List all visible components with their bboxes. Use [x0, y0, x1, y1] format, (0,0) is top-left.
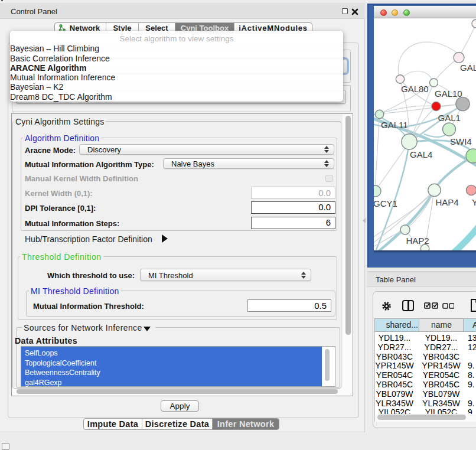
svg-text:YJ: YJ — [472, 197, 476, 207]
svg-text:SWI4: SWI4 — [450, 136, 472, 146]
svg-text:GAL4: GAL4 — [410, 149, 432, 159]
svg-text:GCY1: GCY1 — [374, 198, 397, 208]
svg-text:HAP4: HAP4 — [436, 197, 459, 207]
svg-text:GAL10: GAL10 — [435, 89, 462, 99]
svg-text:GAL1: GAL1 — [438, 113, 461, 123]
svg-text:GAL80: GAL80 — [401, 84, 429, 94]
svg-text:HAP2: HAP2 — [406, 236, 429, 246]
svg-text:GAL7: GAL7 — [460, 63, 476, 73]
svg-text:GAL11: GAL11 — [381, 120, 408, 130]
